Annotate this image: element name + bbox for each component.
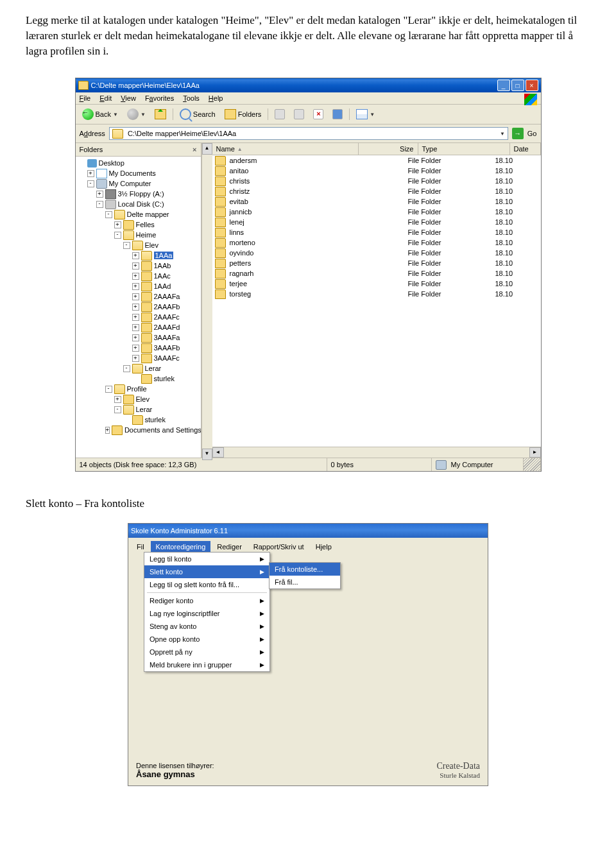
- titlebar[interactable]: C:\Delte mapper\Heime\Elev\1AAa _ □ ×: [76, 78, 541, 92]
- tree-item[interactable]: +1AAa: [77, 250, 200, 261]
- dropdown-item[interactable]: Meld brukere inn i grupper▶: [144, 658, 270, 671]
- expand-toggle[interactable]: +: [132, 262, 139, 270]
- col-size[interactable]: Size: [359, 143, 418, 155]
- tree-item[interactable]: +2AAAFc: [77, 312, 200, 322]
- tree-item[interactable]: sturlek: [77, 373, 200, 384]
- expand-toggle[interactable]: +: [132, 252, 139, 259]
- undo-button[interactable]: [330, 108, 345, 121]
- expand-toggle[interactable]: +: [132, 345, 139, 352]
- col-name[interactable]: Name▲: [212, 143, 359, 155]
- tree-item[interactable]: -Profile: [77, 384, 200, 394]
- ska-menu-kontoredigering[interactable]: Kontoredigering: [151, 541, 211, 553]
- tree-scrollbar[interactable]: ▲ ▼: [201, 143, 212, 458]
- up-button[interactable]: [152, 108, 169, 121]
- list-hscrollbar[interactable]: ◄ ►: [212, 447, 541, 458]
- tree-item[interactable]: Desktop: [77, 158, 200, 168]
- col-type[interactable]: Type: [418, 143, 510, 155]
- tree-item[interactable]: sturlek: [77, 415, 200, 425]
- menu-tools[interactable]: Tools: [183, 94, 200, 102]
- expand-toggle[interactable]: -: [114, 406, 121, 413]
- expand-toggle[interactable]: +: [132, 324, 139, 331]
- folders-button[interactable]: Folders: [222, 108, 264, 121]
- ska-menu-rapport[interactable]: Rapport/Skriv ut: [248, 541, 309, 553]
- back-button[interactable]: ←Back▼: [80, 107, 121, 121]
- file-row[interactable]: evitabFile Folder18.10: [212, 196, 541, 207]
- tree-item[interactable]: +3½ Floppy (A:): [77, 189, 200, 199]
- expand-toggle[interactable]: +: [114, 221, 121, 228]
- tree-item[interactable]: -Lerar: [77, 363, 200, 373]
- ska-dropdown[interactable]: Legg til konto▶Slett konto▶Legg til og s…: [144, 552, 270, 672]
- tree-item[interactable]: +Documents and Settings: [77, 425, 200, 435]
- expand-toggle[interactable]: +: [132, 355, 139, 362]
- scroll-right-button[interactable]: ►: [529, 447, 541, 458]
- file-row[interactable]: terjeeFile Folder18.10: [212, 279, 541, 289]
- dropdown-item[interactable]: Legg til og slett konto frå fil...: [144, 578, 270, 591]
- tree-item[interactable]: +Elev: [77, 394, 200, 404]
- close-pane-button[interactable]: ×: [193, 146, 196, 153]
- tree-item[interactable]: +1AAc: [77, 271, 200, 281]
- forward-button[interactable]: ▼: [124, 107, 148, 121]
- menu-help[interactable]: Help: [209, 94, 223, 102]
- tree-item[interactable]: -My Computer: [77, 178, 200, 189]
- dropdown-item[interactable]: Opprett på ny▶: [144, 646, 270, 658]
- expand-toggle[interactable]: +: [132, 334, 139, 341]
- col-date[interactable]: Date: [510, 143, 541, 155]
- file-row[interactable]: jannicbFile Folder18.10: [212, 207, 541, 217]
- tree-item[interactable]: -Heime: [77, 230, 200, 240]
- submenu-item[interactable]: Frå kontoliste...: [270, 563, 340, 576]
- ska-submenu[interactable]: Frå kontoliste...Frå fil...: [269, 562, 341, 589]
- expand-toggle[interactable]: +: [114, 396, 121, 403]
- resize-grip[interactable]: [524, 458, 541, 471]
- file-row[interactable]: pettersFile Folder18.10: [212, 258, 541, 268]
- delete-button[interactable]: ×: [311, 108, 326, 121]
- tree-item[interactable]: +3AAAFa: [77, 332, 200, 343]
- tree-item[interactable]: +1AAb: [77, 261, 200, 271]
- close-button[interactable]: ×: [526, 80, 538, 91]
- expand-toggle[interactable]: +: [96, 191, 103, 198]
- file-row[interactable]: anitaoFile Folder18.10: [212, 166, 541, 176]
- expand-toggle[interactable]: -: [123, 365, 130, 372]
- file-row[interactable]: lenejFile Folder18.10: [212, 217, 541, 227]
- file-row[interactable]: mortenoFile Folder18.10: [212, 237, 541, 248]
- moveto-button[interactable]: [272, 108, 287, 121]
- expand-toggle[interactable]: +: [105, 427, 110, 434]
- menu-edit[interactable]: Edit: [99, 94, 112, 102]
- tree-item[interactable]: -Elev: [77, 240, 200, 250]
- expand-toggle[interactable]: +: [87, 170, 94, 177]
- expand-toggle[interactable]: +: [132, 314, 139, 321]
- folder-tree[interactable]: Desktop+My Documents-My Computer+3½ Flop…: [76, 157, 201, 458]
- scroll-up-button[interactable]: ▲: [202, 143, 212, 155]
- file-row[interactable]: oyvindoFile Folder18.10: [212, 248, 541, 258]
- menu-view[interactable]: View: [121, 94, 136, 102]
- dropdown-item[interactable]: Steng av konto▶: [144, 620, 270, 633]
- dropdown-item[interactable]: Lag nye loginscriptfiler▶: [144, 607, 270, 620]
- tree-item[interactable]: +2AAAFd: [77, 322, 200, 332]
- expand-toggle[interactable]: +: [132, 293, 139, 300]
- expand-toggle[interactable]: -: [105, 386, 112, 393]
- submenu-item[interactable]: Frå fil...: [270, 576, 340, 588]
- tree-item[interactable]: +2AAAFb: [77, 302, 200, 312]
- tree-item[interactable]: -Delte mapper: [77, 209, 200, 219]
- expand-toggle[interactable]: +: [132, 283, 139, 290]
- tree-item[interactable]: +2AAAFa: [77, 291, 200, 302]
- expand-toggle[interactable]: +: [132, 273, 139, 280]
- file-row[interactable]: torstegFile Folder18.10: [212, 289, 541, 299]
- file-row[interactable]: ragnarhFile Folder18.10: [212, 268, 541, 279]
- tree-item[interactable]: +1AAd: [77, 281, 200, 291]
- expand-toggle[interactable]: -: [114, 232, 121, 239]
- file-row[interactable]: christzFile Folder18.10: [212, 186, 541, 196]
- ska-menu-hjelp[interactable]: Hjelp: [311, 541, 337, 553]
- tree-item[interactable]: -Lerar: [77, 404, 200, 415]
- column-headers[interactable]: Name▲ Size Type Date: [212, 143, 541, 155]
- file-row[interactable]: christsFile Folder18.10: [212, 176, 541, 186]
- maximize-button[interactable]: □: [511, 80, 524, 91]
- scroll-left-button[interactable]: ◄: [212, 447, 224, 458]
- search-button[interactable]: Search: [177, 107, 218, 121]
- dropdown-item[interactable]: Legg til konto▶: [144, 553, 270, 565]
- tree-item[interactable]: +3AAAFc: [77, 353, 200, 363]
- copyto-button[interactable]: [291, 108, 307, 121]
- dropdown-item[interactable]: Slett konto▶: [144, 565, 270, 578]
- ska-menu-rediger[interactable]: Rediger: [212, 541, 247, 553]
- tree-item[interactable]: +3AAAFb: [77, 343, 200, 353]
- views-button[interactable]: ▼: [354, 108, 377, 121]
